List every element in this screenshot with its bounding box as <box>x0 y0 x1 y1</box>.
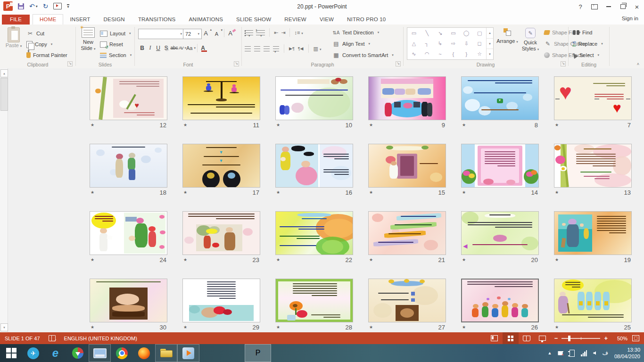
animation-star-icon[interactable]: ★ <box>462 325 466 329</box>
network-signal-icon[interactable] <box>581 350 587 356</box>
shape-option-icon[interactable]: ◠ <box>421 49 434 59</box>
slide-thumbnail-16[interactable] <box>275 144 353 188</box>
animation-star-icon[interactable]: ★ <box>555 190 559 195</box>
slide-thumbnail-22[interactable] <box>275 211 353 255</box>
animation-star-icon[interactable]: ★ <box>462 190 466 195</box>
shape-option-icon[interactable]: ∿ <box>407 49 421 59</box>
action-center-flag-icon[interactable] <box>558 351 563 355</box>
animation-star-icon[interactable]: ★ <box>276 257 280 262</box>
shape-option-icon[interactable]: ⇨ <box>447 38 460 49</box>
animation-star-icon[interactable]: ★ <box>183 123 187 127</box>
slide-thumbnail-9[interactable] <box>368 76 446 120</box>
scrollbar-up-icon[interactable]: ▲ <box>0 69 8 77</box>
slide-thumbnail-13[interactable] <box>554 144 632 188</box>
font-size-combo[interactable]: 72▾ <box>183 29 202 39</box>
animation-star-icon[interactable]: ★ <box>276 123 280 127</box>
taskbar-firefox-button[interactable] <box>133 344 155 362</box>
spell-check-icon[interactable] <box>49 335 56 341</box>
slide-show-button[interactable] <box>535 332 551 344</box>
numbering-button[interactable] <box>256 30 265 35</box>
animation-star-icon[interactable]: ★ <box>462 123 466 127</box>
animation-star-icon[interactable]: ★ <box>91 257 94 262</box>
shape-option-icon[interactable]: ↳ <box>434 38 447 49</box>
animation-star-icon[interactable]: ★ <box>183 257 187 262</box>
shapes-more-icon[interactable]: ▼ <box>487 49 493 59</box>
character-spacing-button[interactable]: AV <box>178 43 186 52</box>
shape-option-icon[interactable]: △ <box>407 38 421 49</box>
normal-view-button[interactable] <box>487 332 503 344</box>
slide-thumbnail-7[interactable]: ♥♥ <box>554 76 632 120</box>
animation-star-icon[interactable]: ★ <box>555 257 559 262</box>
tab-animations[interactable]: ANIMATIONS <box>182 15 230 25</box>
slide-thumbnail-14[interactable] <box>461 144 539 188</box>
shape-option-icon[interactable]: ╲ <box>421 28 434 38</box>
clipboard-dialog-launcher[interactable]: ↘ <box>67 61 73 66</box>
zoom-level[interactable]: 50% <box>611 336 627 341</box>
bold-button[interactable]: B <box>138 43 146 52</box>
animation-star-icon[interactable]: ★ <box>369 325 373 329</box>
animation-star-icon[interactable]: ★ <box>369 190 373 195</box>
animation-star-icon[interactable]: ★ <box>183 190 187 195</box>
slide-thumbnail-28[interactable] <box>275 279 353 322</box>
animation-star-icon[interactable]: ★ <box>91 190 94 195</box>
shape-option-icon[interactable]: ↘ <box>434 28 447 38</box>
help-button[interactable]: ? <box>573 1 587 12</box>
shape-option-icon[interactable]: ⇩ <box>460 38 473 49</box>
animation-star-icon[interactable]: ★ <box>555 325 559 329</box>
slide-thumbnail-10[interactable] <box>275 76 353 120</box>
convert-to-smartart-button[interactable]: ▦ Convert to SmartArt <box>330 50 396 60</box>
animation-star-icon[interactable]: ★ <box>369 257 373 262</box>
slide-thumbnail-21[interactable] <box>368 211 446 255</box>
shape-option-icon[interactable]: ┐ <box>421 38 434 49</box>
columns-button[interactable]: ▥ <box>314 46 322 52</box>
tab-nitro-pro-10[interactable]: NITRO PRO 10 <box>340 15 392 25</box>
arrange-button[interactable]: Arrange <box>496 28 519 45</box>
tab-transitions[interactable]: TRANSITIONS <box>132 15 182 25</box>
minimize-button[interactable] <box>602 1 616 12</box>
sign-in-link[interactable]: Sign in <box>622 16 638 21</box>
tab-home[interactable]: HOME <box>33 14 63 25</box>
clock[interactable]: 13:30 08/04/2020 <box>614 346 640 360</box>
zoom-out-button[interactable]: − <box>554 335 558 342</box>
animation-star-icon[interactable]: ★ <box>276 190 280 195</box>
scrollbar-thumb[interactable] <box>0 78 8 111</box>
decrease-font-size-button[interactable]: A <box>213 29 221 38</box>
justify-button[interactable] <box>273 46 279 51</box>
format-painter-button[interactable]: Format Painter <box>25 50 69 60</box>
slide-thumbnail-12[interactable]: ♥ <box>90 76 167 120</box>
select-button[interactable]: Select <box>570 50 601 60</box>
volume-icon[interactable] <box>593 351 596 355</box>
animation-star-icon[interactable]: ★ <box>555 123 559 127</box>
paragraph-dialog-launcher[interactable]: ↘ <box>396 61 401 66</box>
shape-option-icon[interactable]: ~ <box>434 49 447 59</box>
shape-option-icon[interactable]: { <box>447 49 460 59</box>
decrease-indent-button[interactable]: ⇤ <box>274 30 278 36</box>
zoom-slider-thumb[interactable] <box>568 336 570 341</box>
taskbar-start-button[interactable] <box>0 344 22 362</box>
right-to-left-button[interactable]: ¶◀ <box>298 46 304 51</box>
tab-file[interactable]: FILE <box>2 15 30 25</box>
increase-indent-button[interactable]: ⇥ <box>281 30 285 36</box>
slide-thumbnail-8[interactable]: ▼ <box>461 76 539 120</box>
left-to-right-button[interactable]: ▶¶ <box>289 46 295 51</box>
shape-gallery[interactable]: ▭╲↘▭◯▢△┐↳⇨⇩◻∿◠~{}☆ ▲ ▼ ▼ <box>407 27 494 60</box>
underline-button[interactable]: U <box>154 43 162 52</box>
new-slide-button[interactable]: New Slide <box>79 27 98 52</box>
taskbar-idm-button[interactable] <box>66 344 89 362</box>
text-direction-button[interactable]: ⇅A Text Direction <box>330 27 381 38</box>
section-button[interactable]: Section <box>98 50 133 60</box>
align-center-button[interactable] <box>254 46 260 51</box>
animation-star-icon[interactable]: ★ <box>183 325 187 329</box>
zoom-slider[interactable] <box>561 338 600 339</box>
animation-star-icon[interactable]: ★ <box>276 325 280 329</box>
slide-thumbnail-24[interactable] <box>90 211 167 255</box>
shape-option-icon[interactable]: ☆ <box>473 49 486 59</box>
slide-thumbnail-19[interactable] <box>554 211 632 255</box>
tab-slide-show[interactable]: SLIDE SHOW <box>230 15 278 25</box>
scrollbar-down-icon[interactable]: ▼ <box>0 323 8 331</box>
align-left-button[interactable] <box>245 46 251 51</box>
shapes-scroll-down-icon[interactable]: ▼ <box>487 38 493 49</box>
find-button[interactable]: Find <box>570 27 594 38</box>
shape-option-icon[interactable]: ◻ <box>473 38 486 49</box>
reset-button[interactable]: Reset <box>98 39 125 49</box>
